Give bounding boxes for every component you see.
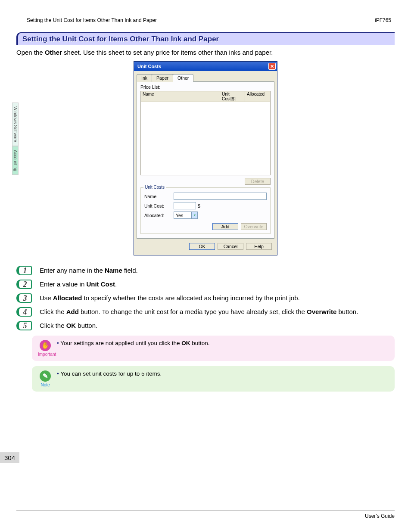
close-icon[interactable]: ✕	[268, 63, 276, 70]
col-unit-cost: Unit Cost[$]	[220, 91, 245, 102]
model-label: iPF765	[375, 17, 391, 23]
rule	[16, 26, 395, 26]
hand-icon: ✋	[40, 340, 51, 351]
price-list-header: Name Unit Cost[$] Allocated	[140, 91, 271, 102]
chevron-down-icon: ▾	[191, 212, 197, 218]
name-field[interactable]	[174, 193, 267, 200]
price-list[interactable]	[140, 102, 271, 175]
step-number: 2	[16, 280, 32, 289]
footer: User's Guide	[16, 510, 395, 519]
side-tab-windows-software[interactable]: Windows Software	[12, 103, 19, 146]
side-tab-accounting[interactable]: Accounting	[12, 146, 19, 175]
step-1: 1 Enter any name in the Name field.	[16, 266, 395, 275]
tab-other[interactable]: Other	[173, 74, 193, 82]
tab-ink[interactable]: Ink	[137, 74, 152, 82]
step-number: 5	[16, 321, 32, 330]
important-label: Important	[38, 352, 53, 357]
note-label: Note	[38, 383, 53, 387]
ok-button[interactable]: OK	[189, 243, 215, 250]
step-4: 4 Click the Add button. To change the un…	[16, 307, 395, 317]
unit-cost-field[interactable]	[174, 202, 196, 209]
pencil-icon: ✎	[40, 370, 51, 382]
step-2: 2 Enter a value in Unit Cost.	[16, 280, 395, 289]
col-allocated: Allocated	[245, 91, 270, 102]
price-list-label: Price List:	[140, 84, 271, 90]
cancel-button[interactable]: Cancel	[218, 243, 243, 250]
tab-paper[interactable]: Paper	[152, 74, 173, 82]
help-button[interactable]: Help	[246, 243, 272, 250]
section-title: Setting the Unit Cost for Items Other Th…	[22, 35, 219, 43]
overwrite-button[interactable]: Overwrite	[241, 223, 267, 230]
dialog-title: Unit Costs	[137, 64, 161, 69]
currency-label: $	[198, 203, 200, 208]
note-callout: ✎ Note You can set unit costs for up to …	[32, 366, 395, 392]
add-button[interactable]: Add	[212, 223, 238, 230]
allocated-select[interactable]: Yes ▾	[174, 212, 198, 219]
page-number: 304	[0, 452, 19, 463]
step-5: 5 Click the OK button.	[16, 321, 395, 330]
important-callout: ✋ Important Your settings are not applie…	[32, 336, 395, 361]
section-title-bar: Setting the Unit Cost for Items Other Th…	[16, 32, 395, 45]
delete-button[interactable]: Delete	[245, 178, 271, 185]
allocated-label: Allocated:	[144, 213, 174, 218]
intro-text: Open the Other sheet. Use this sheet to …	[16, 49, 395, 56]
col-name: Name	[141, 91, 220, 102]
unit-cost-label: Unit Cost:	[144, 203, 174, 208]
step-number: 4	[16, 307, 32, 317]
unit-costs-dialog: Unit Costs ✕ Ink Paper Other Price List:…	[134, 61, 277, 255]
step-3: 3 Use Allocated to specify whether the c…	[16, 293, 395, 303]
name-label: Name:	[144, 194, 174, 199]
step-number: 1	[16, 266, 32, 275]
group-title: Unit Costs	[143, 185, 166, 190]
breadcrumb: Setting the Unit Cost for Items Other Th…	[27, 17, 157, 23]
step-number: 3	[16, 293, 32, 303]
